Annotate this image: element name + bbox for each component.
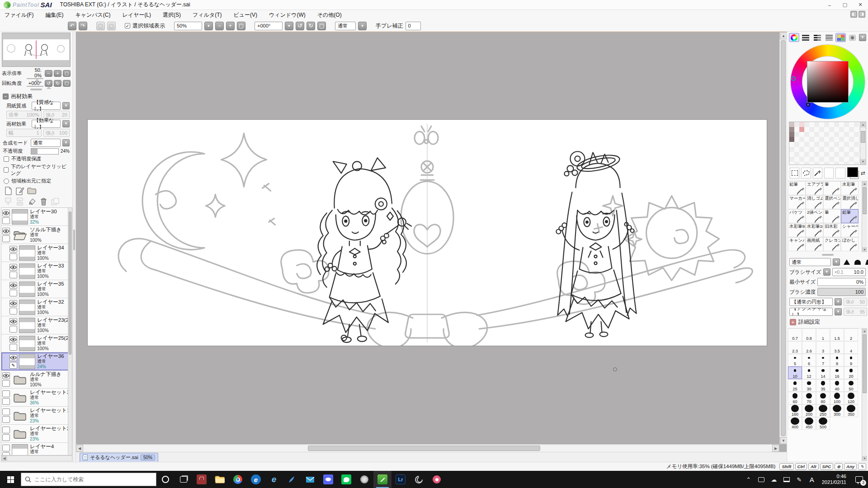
layer-pen-toggle[interactable] bbox=[2, 380, 10, 387]
paper-texture-dropdown[interactable]: 【質感なし】 bbox=[32, 102, 61, 110]
vscroll-thumb[interactable] bbox=[781, 40, 786, 436]
clear-layer-button[interactable] bbox=[27, 197, 36, 206]
taskbar-app-discord[interactable] bbox=[319, 471, 337, 488]
panel-splitter-handle[interactable] bbox=[30, 89, 42, 90]
foreground-color-swatch[interactable] bbox=[847, 167, 858, 177]
brush-size-12[interactable]: 12 bbox=[802, 366, 816, 379]
brush-size-1.5[interactable]: 1.5 bbox=[830, 328, 844, 341]
tray-pen-button[interactable]: ✎ bbox=[793, 471, 806, 488]
undo-button[interactable]: ↶ bbox=[68, 22, 76, 30]
brush-size-35[interactable]: 35 bbox=[816, 379, 830, 392]
menu-others[interactable]: その他(O) bbox=[317, 11, 342, 19]
size-scroll-down[interactable]: ▼ bbox=[862, 456, 867, 461]
taskbar-app-pen[interactable] bbox=[283, 471, 301, 488]
menu-window[interactable]: ウィンドウ(W) bbox=[269, 11, 306, 19]
brush-size-300[interactable]: 300 bbox=[830, 404, 844, 417]
tool-drawing-paper[interactable]: 画用紙 bbox=[806, 237, 823, 251]
material-effect-dropdown[interactable]: 【効果なし】 bbox=[32, 120, 61, 128]
layer-row-ルルナ下描き[interactable]: ルルナ下描き通常100% bbox=[1, 371, 72, 389]
brush-shape-dropdown[interactable]: 【通常の円形】 bbox=[789, 298, 833, 306]
layer-visibility-toggle[interactable] bbox=[9, 336, 17, 343]
redo-button[interactable]: ↷ bbox=[79, 22, 87, 30]
lasso-tool[interactable] bbox=[801, 168, 811, 178]
sv-marker[interactable] bbox=[806, 103, 810, 107]
swatches-scrollbar[interactable]: ▲ ▼ bbox=[860, 122, 866, 164]
view-zoom-value[interactable]: 50. 0% bbox=[27, 67, 43, 79]
canvas[interactable] bbox=[88, 120, 767, 346]
tool-canvas-paper[interactable]: キャンバス bbox=[788, 237, 806, 251]
swatches-panel[interactable]: ▲ ▼ bbox=[789, 122, 866, 165]
current-colors[interactable] bbox=[847, 167, 859, 179]
tool-slot-empty-1[interactable] bbox=[824, 168, 834, 178]
action-center-button[interactable]: 3 bbox=[850, 471, 868, 488]
hscroll-left-arrow[interactable]: ◀ bbox=[1, 456, 7, 461]
ime-mode-button[interactable]: A bbox=[806, 471, 818, 488]
nav-zoom-reset-button[interactable]: ▢ bbox=[63, 70, 71, 77]
brush-size-20[interactable]: 20 bbox=[844, 366, 858, 379]
menu-view[interactable]: ビュー(V) bbox=[234, 11, 258, 19]
layer-row-レイヤー36[interactable]: ✎レイヤー36通常24% bbox=[1, 352, 72, 371]
layer-visibility-toggle[interactable] bbox=[9, 246, 17, 253]
menu-edit[interactable]: 編集(E) bbox=[45, 11, 63, 19]
tool-crayon[interactable]: クレヨン bbox=[823, 237, 841, 251]
brush-texture-dropdown[interactable]: 【テクスチャなし】 bbox=[789, 308, 833, 316]
layer-pen-toggle[interactable] bbox=[2, 452, 10, 456]
brush-size-40[interactable]: 40 bbox=[830, 379, 844, 392]
tool-scroll-up[interactable]: ▲ bbox=[862, 181, 867, 186]
search-input[interactable] bbox=[34, 476, 143, 483]
canvas-hscrollbar[interactable]: ◀ ▶ bbox=[76, 444, 779, 452]
nav-zoom-in-button[interactable]: + bbox=[54, 70, 61, 77]
clipping-group-checkbox[interactable] bbox=[4, 167, 9, 173]
brush-blend-dropdown[interactable]: 通常 bbox=[789, 258, 831, 266]
window-minimize-button[interactable]: – bbox=[822, 0, 837, 9]
tool-select-pen[interactable]: 選択ペン bbox=[823, 195, 841, 209]
brush-size-5[interactable]: 5 bbox=[788, 354, 802, 366]
scratchpad-tab[interactable] bbox=[847, 33, 858, 42]
tool-scroll-thumb[interactable] bbox=[863, 187, 867, 214]
selection-source-radio[interactable] bbox=[4, 178, 9, 184]
brush-size-120[interactable]: 120 bbox=[844, 392, 858, 404]
tool-splitter-handle[interactable] bbox=[822, 254, 834, 256]
swatch-scroll-up[interactable]: ▲ bbox=[860, 122, 866, 127]
tool-old-watercolor[interactable]: 旧水彩 bbox=[823, 223, 841, 237]
brush-size-2[interactable]: 2 bbox=[844, 328, 858, 341]
layer-list-scrollbar-thumb[interactable] bbox=[69, 211, 71, 355]
brush-size-250[interactable]: 250 bbox=[816, 404, 830, 417]
swatches-tab[interactable] bbox=[835, 33, 846, 42]
taskbar-search[interactable] bbox=[21, 473, 156, 486]
taskbar-app-pink[interactable] bbox=[428, 471, 446, 488]
angle-dropdown-button[interactable]: ▼ bbox=[285, 22, 293, 30]
panel-toggle-right-button[interactable]: ◨ bbox=[859, 11, 865, 18]
edge-shape-round[interactable] bbox=[853, 258, 863, 266]
taskbar-app-explorer[interactable] bbox=[211, 471, 229, 488]
layer-visibility-toggle[interactable] bbox=[2, 445, 10, 451]
swatch-color[interactable] bbox=[789, 132, 794, 137]
brush-shape-dropdown-button[interactable]: ▼ bbox=[835, 298, 842, 305]
tool-airbrush[interactable]: エアブラシ bbox=[806, 181, 823, 195]
deselect-button[interactable]: ▢ bbox=[96, 22, 105, 30]
cortana-button[interactable] bbox=[156, 471, 175, 488]
panel-splitter[interactable] bbox=[72, 32, 76, 462]
brush-size-70[interactable]: 70 bbox=[802, 392, 816, 404]
layer-visibility-toggle[interactable] bbox=[9, 318, 17, 325]
layer-visibility-toggle[interactable] bbox=[2, 372, 10, 379]
vscroll-up-button[interactable]: ▲ bbox=[780, 32, 787, 39]
layer-row-レイヤー32[interactable]: レイヤー32通常100% bbox=[1, 298, 72, 316]
brush-size-slider[interactable]: ×0.110.0 bbox=[832, 268, 866, 276]
vscroll-down-button[interactable]: ▼ bbox=[780, 437, 787, 444]
rotation-slider-marker[interactable] bbox=[47, 86, 51, 89]
taskbar-app-sai[interactable] bbox=[373, 471, 392, 488]
menu-filter[interactable]: フィルタ(T) bbox=[193, 11, 222, 19]
tool-mech-pencil[interactable]: シャーペン bbox=[841, 223, 859, 237]
rect-select-tool[interactable] bbox=[790, 168, 799, 178]
brush-size-16[interactable]: 16 bbox=[830, 366, 844, 379]
window-close-button[interactable]: ✕ bbox=[853, 0, 868, 9]
taskbar-app-swirl[interactable] bbox=[410, 471, 428, 488]
tray-network-button[interactable] bbox=[780, 471, 793, 488]
brush-size-30[interactable]: 30 bbox=[802, 379, 816, 392]
magic-wand-tool[interactable] bbox=[813, 168, 822, 178]
swatch-color[interactable] bbox=[789, 127, 794, 132]
tool-pencil[interactable]: 鉛筆 bbox=[788, 181, 806, 195]
tool-scroll-down[interactable]: ▼ bbox=[862, 247, 867, 252]
color-wheel[interactable] bbox=[790, 44, 865, 120]
